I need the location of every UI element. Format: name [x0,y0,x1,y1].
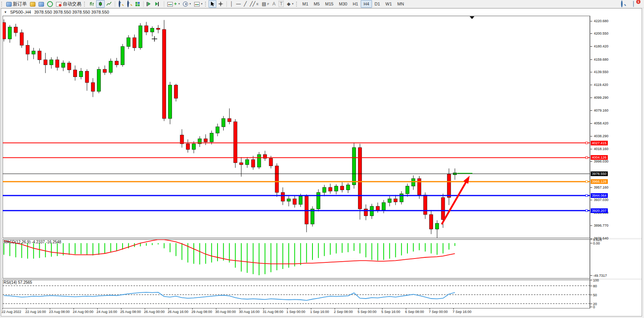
macd-tick-mark [590,239,592,240]
shapes-icon: ◆ [287,1,290,7]
text-label-button[interactable]: T [277,0,285,8]
timeframe-button-mn[interactable]: MN [395,0,407,8]
time-tick-mark [74,308,74,309]
timeframe-button-d1[interactable]: D1 [372,0,383,8]
chart-window [1,8,642,316]
search-icon [621,0,623,7]
notifications-button[interactable]: 1 [632,0,640,8]
time-axis-label: 26 Aug 00:00 [144,310,165,314]
price-tick: 4180.420 [594,44,609,48]
time-axis-label: 22 Aug 2022 [2,310,21,314]
time-axis-label: 5 Sep 00:00 [358,310,377,314]
text-button[interactable]: A [271,0,277,8]
time-tick-mark [335,308,335,309]
pane-divider[interactable] [1,278,642,280]
price-tick-mark [590,161,592,162]
collapse-icon[interactable]: ▼ [4,10,7,14]
trendline-button[interactable]: ╱ [242,0,248,8]
new-order-button[interactable]: 新订单 [5,0,28,8]
period-button[interactable]: ▾ [181,0,193,8]
price-tick-mark [590,98,592,98]
crosshair-icon [218,1,223,7]
time-axis-label: 22 Aug 16:00 [25,310,46,314]
tile-windows-button[interactable] [134,0,142,8]
chart-shift-button[interactable] [154,0,162,8]
toolbar-separator [226,1,227,7]
cursor-icon [210,1,215,7]
timeframe-button-h1[interactable]: H1 [350,0,361,8]
time-axis-label: 6 Sep 08:00 [405,310,424,314]
pane-divider[interactable] [1,238,642,239]
timeframe-button-m15[interactable]: M15 [323,0,336,8]
bar-chart-button[interactable] [88,0,96,8]
time-axis-label: 25 Aug 08:00 [120,310,141,314]
chart-titlebar[interactable]: ▼ SP500-,H4 3978.550 3978.550 3978.550 3… [2,9,640,15]
cursor-button[interactable] [209,0,216,8]
time-tick-mark [430,308,430,309]
time-tick-mark [168,308,169,309]
price-tick-mark [590,136,592,136]
toolbar-grip [1,2,3,7]
auto-scroll-button[interactable] [145,0,154,8]
price-tick: 4220.680 [594,19,609,23]
time-tick-mark [216,308,216,309]
template-icon [194,2,200,7]
rsi-tick-mark [590,307,592,307]
text-label-icon: T [279,1,284,7]
autotrade-icon [56,2,61,7]
zoom-in-button[interactable]: + [117,0,125,8]
time-axis-label: 7 Sep 16:00 [453,310,472,314]
zoom-out-button[interactable]: − [125,0,134,8]
time-tick-mark [97,308,98,309]
market-watch-button[interactable] [28,0,37,8]
price-tick: 4079.160 [594,108,609,112]
navigator-button[interactable] [46,0,54,8]
fibonacci-button[interactable]: ▤F [260,0,271,8]
navigator-icon [47,1,53,7]
price-badge: 3944.064 [591,193,608,198]
timeframe-button-m1[interactable]: M1 [300,0,311,8]
time-tick-mark [263,308,264,309]
new-chart-button[interactable]: +▾ [166,0,181,8]
rsi-tick-mark [590,286,592,286]
channel-button[interactable]: ╱╱E [248,0,260,8]
text-icon: A [272,1,275,7]
crosshair-button[interactable] [216,0,225,8]
timeframe-button-m5[interactable]: M5 [311,0,322,8]
chart-symbol-title: SP500-,H4 [10,10,31,14]
template-button[interactable]: ▾ [193,0,204,8]
macd-axis-label: -49.7317 [593,274,607,278]
timeframe-button-m30[interactable]: M30 [336,0,350,8]
macd-axis-label: 0.00 [593,241,600,245]
vertical-line-button[interactable]: │ [228,0,235,8]
rsi-label: RSI(14) 57.2565 [4,280,32,285]
rsi-tick-mark [590,295,592,295]
time-tick-mark [26,308,26,309]
mt4-application: 新订单 自动交易 + − +▾ ▾ ▾ [0,0,644,318]
rsi-axis-label: 80 [593,284,597,288]
timeframe-button-h4[interactable]: H4 [361,0,372,8]
autotrade-button[interactable]: 自动交易 [54,0,83,8]
price-tick: 4139.550 [594,70,609,74]
main-toolbar: 新订单 自动交易 + − +▾ ▾ ▾ [0,0,644,8]
search-button[interactable] [619,0,628,8]
toolbar-separator [115,1,115,7]
price-tick: 3957.160 [594,185,609,189]
price-tick: 4058.420 [594,121,609,125]
shapes-button[interactable]: ◆▾ [285,0,295,8]
channel-icon: ╱╱ [250,1,255,7]
horizontal-line-icon: — [236,1,241,7]
price-tick: 4200.550 [594,31,609,35]
timeframe-button-w1[interactable]: W1 [383,0,395,8]
time-tick-mark [453,308,454,309]
tile-windows-icon [135,2,140,7]
rsi-axis-label: 50 [593,293,597,297]
bar-chart-icon [89,1,95,7]
horizontal-line-button[interactable]: — [235,0,242,8]
time-tick-mark [192,308,193,309]
candlestick-chart-button[interactable] [96,0,105,8]
line-chart-button[interactable] [105,0,113,8]
time-axis-label: 24 Aug 00:00 [73,310,93,314]
data-window-button[interactable] [37,0,46,8]
time-tick-mark [50,308,50,309]
